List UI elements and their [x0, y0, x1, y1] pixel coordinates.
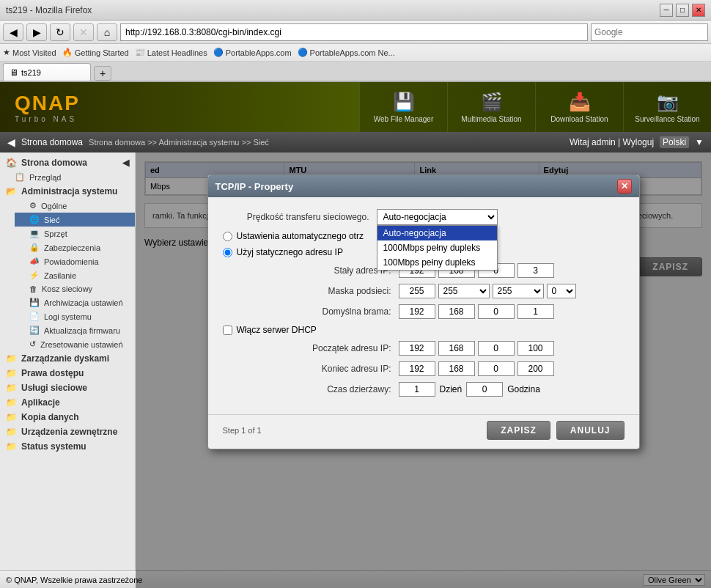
- sidebar-item-ogolne[interactable]: ⚙ Ogólne: [15, 199, 135, 213]
- star-icon: ★: [3, 48, 10, 57]
- static-ip-d[interactable]: [517, 263, 554, 278]
- browser-toolbar: ◀ ▶ ↻ ✕ ⌂: [0, 21, 711, 44]
- sidebar-item-logi[interactable]: 📄 Logi systemu: [15, 309, 135, 323]
- dropdown-100[interactable]: 100Mbps pełny dupleks: [377, 255, 497, 270]
- sidebar-item-przeglad[interactable]: 📋 Przegląd: [0, 170, 135, 184]
- auto-radio[interactable]: [223, 232, 232, 241]
- mask-c-select[interactable]: 255: [493, 284, 544, 298]
- back-button[interactable]: ◀: [3, 23, 23, 41]
- sidebar-item-powiadomienia[interactable]: 📣 Powiadomienia: [15, 254, 135, 268]
- sidebar-admin-label: Administracja systemu: [21, 186, 117, 196]
- language-dropdown-icon[interactable]: ▼: [695, 137, 704, 147]
- nav-home-label[interactable]: Strona domowa: [21, 137, 83, 147]
- close-button[interactable]: ✕: [692, 4, 705, 17]
- bookmark-portableapps[interactable]: 🔵 PortableApps.com: [213, 48, 292, 57]
- sidebar-dyski[interactable]: 📁 Zarządzanie dyskami: [0, 351, 135, 366]
- nav-toggle-icon[interactable]: ◀: [7, 136, 15, 148]
- lease-value-input[interactable]: [399, 382, 435, 397]
- dropdown-auto[interactable]: Auto-negocjacja: [377, 226, 497, 240]
- address-bar[interactable]: [120, 23, 588, 41]
- sidebar-item-archiwizacja[interactable]: 💾 Archiwizacja ustawień: [15, 295, 135, 309]
- qnap-header: QNAP Turbo NAS 💾 Web File Manager 🎬 Mult…: [0, 82, 711, 132]
- browser-window: ts219 - Mozilla Firefox ─ □ ✕ ◀ ▶ ↻ ✕ ⌂ …: [0, 0, 711, 588]
- header-webfilemanager[interactable]: 💾 Web File Manager: [359, 82, 447, 132]
- sidebar-urzadzenia[interactable]: 📁 Urządzenia zewnętrzne: [0, 425, 135, 439]
- speed-row: Prędkość transferu sieciowego. Auto-nego…: [223, 209, 625, 225]
- gateway-b[interactable]: [438, 304, 475, 319]
- sidebar-item-reset[interactable]: ↺ Zresetowanie ustawień: [15, 337, 135, 351]
- sidebar-urzadzenia-label: Urządzenia zewnętrzne: [21, 427, 117, 437]
- speed-select[interactable]: Auto-negocjacja 1000Mbps pełny dupleks 1…: [377, 209, 498, 225]
- sidebar-aplikacje[interactable]: 📁 Aplikacje: [0, 395, 135, 410]
- dhcp-end-a[interactable]: [399, 361, 435, 376]
- hour-label: Godzina: [507, 384, 540, 394]
- circle-icon: 🔵: [213, 48, 224, 57]
- dhcp-checkbox[interactable]: [223, 326, 232, 335]
- dhcp-end-b[interactable]: [438, 361, 475, 376]
- dhcp-start-b[interactable]: [438, 341, 475, 356]
- gateway-c[interactable]: [478, 304, 515, 319]
- lease-row: Czas dzierżawy: Dzień Godzina: [245, 382, 625, 397]
- mask-a[interactable]: [399, 284, 435, 298]
- sidebar-label: Logi systemu: [44, 312, 92, 321]
- tab-ts219[interactable]: 🖥 ts219: [3, 63, 91, 81]
- mask-d-select[interactable]: 0: [547, 284, 576, 298]
- przeglad-icon: 📋: [15, 172, 25, 182]
- bookmark-label: Getting Started: [75, 48, 129, 57]
- sidebar-home[interactable]: 🏠 Strona domowa ◀: [0, 155, 135, 170]
- search-input[interactable]: [594, 27, 704, 37]
- mask-row: Maska podsieci: 255: [245, 284, 625, 298]
- sidebar-item-sprzet[interactable]: 💻 Sprzęt: [15, 227, 135, 240]
- qnap-navbar: ◀ Strona domowa Strona domowa >> Adminis…: [0, 132, 711, 152]
- sidebar-kopia[interactable]: 📁 Kopia danych: [0, 410, 135, 425]
- header-download[interactable]: 📥 Download Station: [535, 82, 623, 132]
- language-selector[interactable]: Polski: [660, 136, 689, 148]
- gateway-a[interactable]: [399, 304, 435, 319]
- sidebar-label: Przegląd: [29, 173, 61, 182]
- header-multimedia[interactable]: 🎬 Multimedia Station: [447, 82, 535, 132]
- sidebar-item-siec[interactable]: 🌐 Sieć: [15, 213, 135, 227]
- dhcp-end-c[interactable]: [478, 361, 515, 376]
- modal-cancel-button[interactable]: ANULUJ: [556, 421, 625, 440]
- maximize-button[interactable]: □: [676, 4, 689, 17]
- reload-button[interactable]: ↻: [50, 23, 70, 41]
- download-icon: 📥: [569, 92, 591, 112]
- sidebar-item-zabezpieczenia[interactable]: 🔒 Zabezpieczenia: [15, 240, 135, 254]
- dhcp-end-d[interactable]: [517, 361, 554, 376]
- static-radio[interactable]: [223, 248, 232, 257]
- forward-button[interactable]: ▶: [26, 23, 47, 41]
- search-box[interactable]: [591, 23, 708, 41]
- sidebar-admin[interactable]: 📂 Administracja systemu: [0, 184, 135, 199]
- header-surveillance[interactable]: 📷 Surveillance Station: [623, 82, 711, 132]
- sidebar-label: Zasilanie: [44, 271, 76, 280]
- apps-folder-icon: 📁: [6, 397, 17, 408]
- sidebar-item-zasilanie[interactable]: ⚡ Zasilanie: [15, 268, 135, 282]
- sidebar-dyski-label: Zarządzanie dyskami: [21, 353, 109, 364]
- stop-button[interactable]: ✕: [73, 23, 94, 41]
- gateway-d[interactable]: [517, 304, 554, 319]
- bookmark-portableapps-ne[interactable]: 🔵 PortableApps.com Ne...: [298, 48, 395, 57]
- address-input[interactable]: [125, 27, 583, 37]
- mask-b-select[interactable]: 255: [438, 284, 490, 298]
- bookmark-most-visited[interactable]: ★ Most Visited: [3, 48, 56, 57]
- minimize-button[interactable]: ─: [660, 4, 673, 17]
- sidebar-item-kosz[interactable]: 🗑 Kosz sieciowy: [15, 282, 135, 295]
- bookmark-headlines[interactable]: 📰 Latest Headlines: [135, 48, 207, 57]
- reset-icon: ↺: [29, 339, 36, 349]
- dhcp-start-c[interactable]: [478, 341, 515, 356]
- dhcp-end-row: Koniec adresu IP:: [245, 361, 625, 376]
- bookmark-getting-started[interactable]: 🔥 Getting Started: [62, 48, 129, 57]
- sidebar-item-aktualizacja[interactable]: 🔄 Aktualizacja firmwaru: [15, 323, 135, 337]
- dropdown-1000[interactable]: 1000Mbps pełny dupleks: [377, 240, 497, 255]
- sidebar-uslugi[interactable]: 📁 Usługi sieciowe: [0, 381, 135, 395]
- sidebar-prawa[interactable]: 📁 Prawa dostępu: [0, 366, 135, 381]
- lease-day-input[interactable]: [466, 382, 503, 397]
- sidebar-status[interactable]: 📁 Status systemu: [0, 439, 135, 454]
- speed-dropdown-container: Auto-negocjacja 1000Mbps pełny dupleks 1…: [377, 209, 498, 225]
- modal-save-button[interactable]: ZAPISZ: [487, 421, 550, 440]
- dhcp-start-d[interactable]: [517, 341, 554, 356]
- new-tab-button[interactable]: +: [94, 66, 111, 81]
- home-button[interactable]: ⌂: [97, 23, 117, 41]
- modal-close-button[interactable]: ✕: [617, 179, 632, 194]
- dhcp-start-a[interactable]: [399, 341, 435, 356]
